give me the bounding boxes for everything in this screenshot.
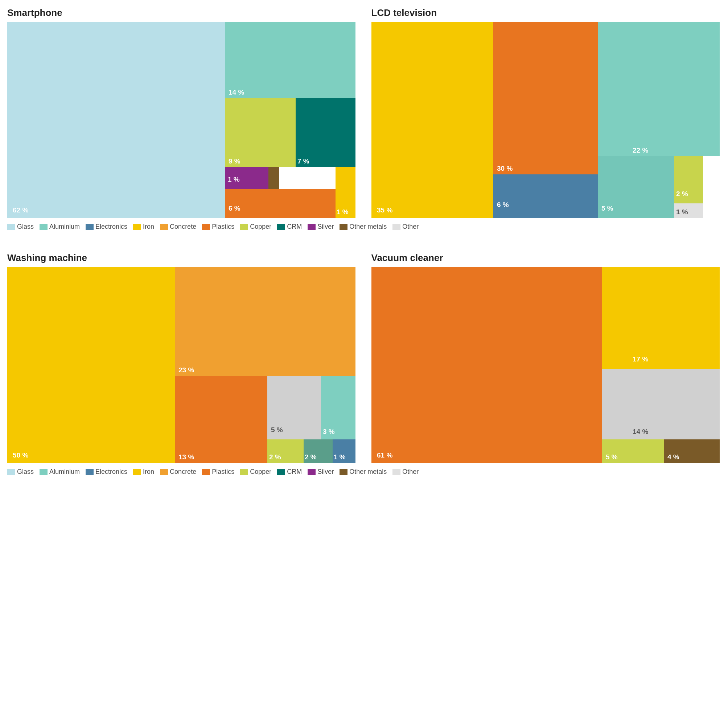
- legend2-iron: Iron: [133, 468, 154, 476]
- svg-rect-11: [225, 189, 336, 218]
- legend2-concrete-color: [160, 469, 168, 475]
- legend2-other: Other: [392, 468, 419, 476]
- crm-color: [277, 224, 285, 230]
- aluminium-color: [40, 224, 47, 230]
- legend2-iron-color: [133, 469, 141, 475]
- legend2-plastics: Plastics: [202, 468, 234, 476]
- lcd-section: LCD television 35 % 30 % 22 % 6 %: [371, 7, 721, 219]
- legend2-electronics-color: [86, 469, 94, 475]
- legend-other-metals-label: Other metals: [349, 223, 387, 231]
- svg-text:6 %: 6 %: [497, 201, 509, 208]
- legend-concrete: Concrete: [160, 223, 196, 231]
- svg-rect-18: [493, 22, 598, 174]
- svg-rect-22: [493, 174, 598, 218]
- svg-text:13 %: 13 %: [178, 453, 194, 461]
- smartphone-treemap: 62 % 14 % 9 % 7 % 1 %: [7, 22, 357, 219]
- svg-text:61 %: 61 %: [377, 451, 392, 459]
- silver-color: [308, 224, 316, 230]
- legend-copper: Copper: [240, 223, 271, 231]
- legend-glass: Glass: [7, 223, 34, 231]
- iron-color: [133, 224, 141, 230]
- svg-text:17 %: 17 %: [632, 355, 648, 363]
- washing-treemap: 50 % 23 % 13 % 5 % 3 % 2 %: [7, 267, 357, 464]
- svg-text:30 %: 30 %: [497, 165, 512, 172]
- svg-rect-30: [7, 267, 175, 463]
- vacuum-title: Vacuum cleaner: [371, 252, 721, 264]
- legend-copper-label: Copper: [250, 223, 271, 231]
- legend2-other-metals-label: Other metals: [349, 468, 387, 476]
- legend2-glass-color: [7, 469, 15, 475]
- legend2-silver-label: Silver: [318, 468, 334, 476]
- legend-concrete-label: Concrete: [170, 223, 196, 231]
- legend-other-label: Other: [402, 223, 419, 231]
- legend2-aluminium-color: [40, 469, 47, 475]
- legend2-crm-label: CRM: [287, 468, 302, 476]
- svg-rect-10: [268, 167, 279, 189]
- svg-text:2 %: 2 %: [269, 453, 281, 461]
- svg-text:35 %: 35 %: [377, 206, 392, 214]
- legend2-glass: Glass: [7, 468, 34, 476]
- svg-text:6 %: 6 %: [228, 205, 240, 212]
- legend2-other-color: [392, 469, 400, 475]
- glass-color: [7, 224, 15, 230]
- svg-rect-0: [7, 22, 225, 218]
- legend2-electronics-label: Electronics: [96, 468, 127, 476]
- svg-text:4 %: 4 %: [667, 453, 679, 461]
- top-charts-row: Smartphone 62 % 14 % 9 % 7 %: [7, 7, 721, 219]
- washing-title: Washing machine: [7, 252, 357, 264]
- legend-row-1: Glass Aluminium Electronics Iron Concret…: [7, 223, 721, 231]
- smartphone-section: Smartphone 62 % 14 % 9 % 7 %: [7, 7, 357, 219]
- legend2-copper-label: Copper: [250, 468, 271, 476]
- other-metals-color: [339, 224, 348, 230]
- svg-text:5 %: 5 %: [271, 426, 283, 434]
- legend2-other-metals-color: [339, 469, 348, 475]
- svg-text:2 %: 2 %: [676, 190, 688, 197]
- svg-text:5 %: 5 %: [602, 205, 613, 212]
- legend-crm: CRM: [277, 223, 302, 231]
- svg-text:3 %: 3 %: [323, 428, 335, 435]
- legend-iron: Iron: [133, 223, 154, 231]
- legend2-plastics-label: Plastics: [212, 468, 234, 476]
- svg-text:1 %: 1 %: [337, 208, 349, 216]
- legend-crm-label: CRM: [287, 223, 302, 231]
- washing-section: Washing machine 50 % 23 % 13 % 5 %: [7, 252, 357, 464]
- vacuum-section: Vacuum cleaner 61 % 17 % 14 % 5 %: [371, 252, 721, 464]
- svg-rect-20: [598, 22, 720, 156]
- svg-rect-4: [225, 98, 296, 167]
- legend2-silver: Silver: [308, 468, 334, 476]
- svg-rect-46: [371, 267, 602, 463]
- svg-text:2 %: 2 %: [305, 453, 317, 461]
- svg-text:7 %: 7 %: [298, 157, 309, 165]
- svg-rect-48: [602, 267, 720, 369]
- legend-other: Other: [392, 223, 419, 231]
- legend-electronics-label: Electronics: [96, 223, 127, 231]
- svg-rect-50: [602, 369, 720, 439]
- legend-silver: Silver: [308, 223, 334, 231]
- concrete-color: [160, 224, 168, 230]
- svg-text:14 %: 14 %: [632, 428, 648, 435]
- vacuum-treemap: 61 % 17 % 14 % 5 % 4 %: [371, 267, 721, 464]
- legend-glass-label: Glass: [17, 223, 34, 231]
- svg-text:5 %: 5 %: [606, 453, 618, 461]
- lcd-treemap: 35 % 30 % 22 % 6 % 5 % 2 %: [371, 22, 721, 219]
- legend-electronics: Electronics: [86, 223, 127, 231]
- svg-rect-32: [175, 267, 356, 376]
- legend-plastics: Plastics: [202, 223, 234, 231]
- legend2-concrete-label: Concrete: [170, 468, 196, 476]
- legend2-aluminium-label: Aluminium: [49, 468, 80, 476]
- legend2-concrete: Concrete: [160, 468, 196, 476]
- legend2-crm-color: [277, 469, 285, 475]
- bottom-charts-row: Washing machine 50 % 23 % 13 % 5 %: [7, 252, 721, 464]
- svg-rect-34: [175, 376, 267, 463]
- legend2-iron-label: Iron: [143, 468, 154, 476]
- electronics-color: [86, 224, 94, 230]
- lcd-title: LCD television: [371, 7, 721, 18]
- svg-text:1 %: 1 %: [334, 453, 346, 461]
- section-divider: [7, 241, 721, 252]
- plastics-color: [202, 224, 210, 230]
- legend2-aluminium: Aluminium: [40, 468, 80, 476]
- legend2-crm: CRM: [277, 468, 302, 476]
- svg-text:62 %: 62 %: [13, 206, 28, 214]
- legend2-silver-color: [308, 469, 316, 475]
- legend-plastics-label: Plastics: [212, 223, 234, 231]
